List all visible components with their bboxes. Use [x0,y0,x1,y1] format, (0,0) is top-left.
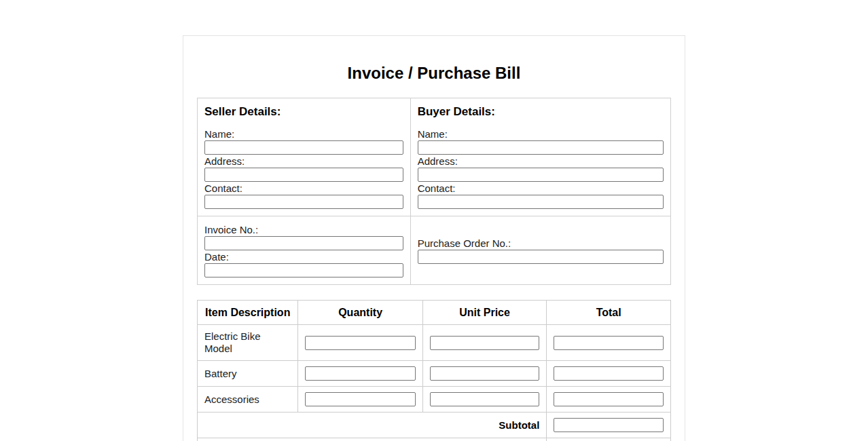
buyer-name-input[interactable] [418,140,664,155]
seller-name-label: Name: [204,128,403,140]
purchase-order-label: Purchase Order No.: [418,237,664,250]
total-input[interactable] [554,392,664,406]
total-input[interactable] [554,366,664,381]
invoice-page: Invoice / Purchase Bill Seller Details: … [183,35,685,441]
subtotal-input[interactable] [554,418,664,432]
buyer-address-input[interactable] [418,168,664,182]
item-row-accessories: Accessories [198,387,671,413]
unit-price-input[interactable] [430,336,540,350]
buyer-contact-label: Contact: [418,182,664,195]
purchase-order-cell: Purchase Order No.: [410,216,670,285]
quantity-input[interactable] [305,392,415,406]
quantity-cell [298,325,422,361]
total-cell [547,325,671,361]
invoice-no-label: Invoice No.: [204,223,403,236]
seller-contact-label: Contact: [204,182,403,195]
quantity-input[interactable] [305,366,415,381]
quantity-input[interactable] [305,336,415,350]
total-cell [547,387,671,413]
date-label: Date: [204,250,403,263]
invoice-no-input[interactable] [204,236,403,250]
header-quantity: Quantity [298,301,422,325]
item-description: Accessories [198,387,298,413]
quantity-cell [298,387,422,413]
header-unit-price: Unit Price [422,301,547,325]
purchase-order-input[interactable] [418,250,664,264]
quantity-cell [298,361,422,387]
items-table: Item Description Quantity Unit Price Tot… [197,300,671,441]
total-cell [547,361,671,387]
buyer-name-label: Name: [418,128,664,140]
buyer-heading: Buyer Details: [418,105,664,119]
details-table: Seller Details: Name: Address: Contact: … [197,98,671,285]
subtotal-label: Subtotal [198,413,547,438]
buyer-contact-input[interactable] [418,195,664,209]
party-details-row: Seller Details: Name: Address: Contact: … [198,98,671,216]
total-input[interactable] [554,336,664,350]
unit-price-cell [422,325,547,361]
subtotal-row: Subtotal [198,413,671,438]
subtotal-cell [547,413,671,438]
date-input[interactable] [204,263,403,277]
seller-address-input[interactable] [204,168,403,182]
unit-price-input[interactable] [430,366,540,381]
page-title: Invoice / Purchase Bill [197,64,671,83]
invoice-meta-row: Invoice No.: Date: Purchase Order No.: [198,216,671,285]
tax-cell [547,438,671,441]
unit-price-cell [422,361,547,387]
item-row-electric-bike: Electric Bike Model [198,325,671,361]
tax-row: Tax (%) [198,438,671,441]
header-total: Total [547,301,671,325]
invoice-number-cell: Invoice No.: Date: [198,216,411,285]
buyer-details-cell: Buyer Details: Name: Address: Contact: [410,98,670,216]
unit-price-input[interactable] [430,392,540,406]
item-row-battery: Battery [198,361,671,387]
seller-heading: Seller Details: [204,105,403,119]
header-item-description: Item Description [198,301,298,325]
items-header-row: Item Description Quantity Unit Price Tot… [198,301,671,325]
seller-details-cell: Seller Details: Name: Address: Contact: [198,98,411,216]
seller-contact-input[interactable] [204,195,403,209]
seller-address-label: Address: [204,155,403,168]
item-description: Electric Bike Model [198,325,298,361]
item-description: Battery [198,361,298,387]
seller-name-input[interactable] [204,140,403,155]
buyer-address-label: Address: [418,155,664,168]
tax-label: Tax (%) [198,438,547,441]
unit-price-cell [422,387,547,413]
